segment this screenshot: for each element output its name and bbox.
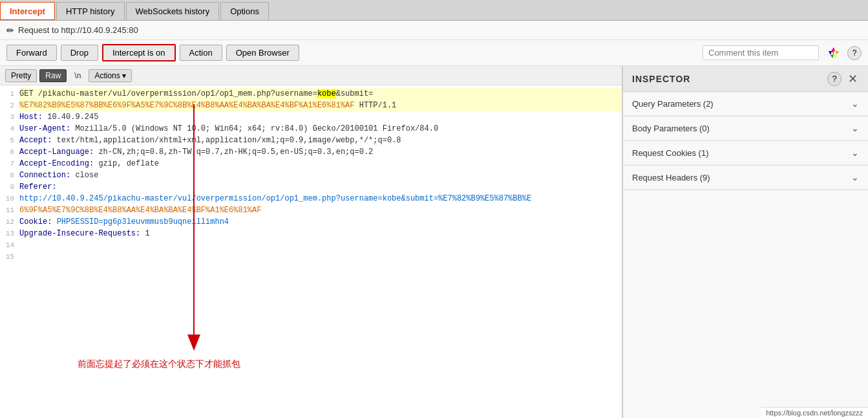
cookies-header[interactable]: Request Cookies (1) ⌄ xyxy=(623,141,868,165)
code-line-12: 12 Cookie: PHPSESSID=pg6p3leuvmmusb9uqne… xyxy=(0,216,622,228)
code-line-4: 4 User-Agent: Mozilla/5.0 (Windows NT 10… xyxy=(0,123,622,135)
query-params-chevron: ⌄ xyxy=(851,98,859,109)
open-browser-button[interactable]: Open Browser xyxy=(226,45,299,61)
forward-button[interactable]: Forward xyxy=(6,45,57,61)
inspector-section-body: Body Parameters (0) ⌄ xyxy=(623,116,868,141)
inspector-section-headers: Request Headers (9) ⌄ xyxy=(623,166,868,190)
ln-button[interactable]: \n xyxy=(69,70,86,82)
main-content: Pretty Raw \n Actions ▾ 1 GET /pikachu-m… xyxy=(0,66,868,418)
cookies-title: Request Cookies (1) xyxy=(632,148,709,158)
code-line-13: 13 Upgrade-Insecure-Requests: 1 xyxy=(0,228,622,239)
svg-marker-3 xyxy=(831,54,834,58)
bottom-url-text: https://blog.csdn.net/longzszzz xyxy=(766,409,863,417)
actions-dropdown[interactable]: Actions ▾ xyxy=(89,69,131,82)
query-params-title: Query Parameters (2) xyxy=(632,99,714,109)
code-editor[interactable]: 1 GET /pikachu-master/vul/overpermission… xyxy=(0,85,622,418)
inspector-icons: ? ✕ xyxy=(827,72,859,86)
tab-options[interactable]: Options xyxy=(220,2,269,20)
comment-input[interactable] xyxy=(703,45,819,60)
body-params-chevron: ⌄ xyxy=(851,123,859,133)
headers-header[interactable]: Request Headers (9) ⌄ xyxy=(623,166,868,190)
raw-button[interactable]: Raw xyxy=(39,69,67,82)
drop-button[interactable]: Drop xyxy=(61,45,98,61)
headers-title: Request Headers (9) xyxy=(632,173,710,182)
code-line-11: 11 6%9F%A5%E7%9C%8B%E4%B8%AA%E4%BA%BA%E4… xyxy=(0,204,622,216)
headers-chevron: ⌄ xyxy=(851,172,859,182)
tab-http-history[interactable]: HTTP history xyxy=(56,2,125,20)
code-line-10: 10 http://10.40.9.245/pikachu-master/vul… xyxy=(0,193,622,204)
bottom-url-bar: https://blog.csdn.net/longzszzz xyxy=(761,407,868,418)
editor-wrapper: 1 GET /pikachu-master/vul/overpermission… xyxy=(0,85,622,418)
svg-marker-1 xyxy=(835,51,839,54)
right-panel: INSPECTOR ? ✕ Query Parameters (2) ⌄ Bod… xyxy=(622,66,868,418)
inspector-title: INSPECTOR xyxy=(632,74,690,84)
inspector-section-cookies: Request Cookies (1) ⌄ xyxy=(623,141,868,166)
request-bar: ✏ Request to http://10.40.9.245:80 xyxy=(0,21,868,40)
request-url: Request to http://10.40.9.245:80 xyxy=(18,25,138,35)
svg-marker-4 xyxy=(829,51,832,55)
code-line-8: 8 Connection: close xyxy=(0,170,622,181)
body-params-title: Body Parameters (0) xyxy=(632,124,710,133)
left-panel: Pretty Raw \n Actions ▾ 1 GET /pikachu-m… xyxy=(0,66,622,418)
code-line-15: 15 xyxy=(0,251,622,263)
svg-marker-2 xyxy=(834,54,837,58)
action-bar: Forward Drop Intercept is on Action Open… xyxy=(0,40,868,66)
tab-websockets-history[interactable]: WebSockets history xyxy=(126,2,220,20)
inspector-close-button[interactable]: ✕ xyxy=(847,72,859,86)
pencil-icon: ✏ xyxy=(6,25,14,36)
code-line-7: 7 Accept-Encoding: gzip, deflate xyxy=(0,158,622,170)
code-line-2: 2 %E7%82%B9%E5%87%BB%E6%9F%A5%E7%9C%8B%E… xyxy=(0,100,622,111)
inspector-help-button[interactable]: ? xyxy=(827,72,842,86)
tab-bar: Intercept HTTP history WebSockets histor… xyxy=(0,0,868,21)
help-button[interactable]: ? xyxy=(847,46,862,60)
code-line-6: 6 Accept-Language: zh-CN,zh;q=0.8,zh-TW;… xyxy=(0,146,622,158)
body-params-header[interactable]: Body Parameters (0) ⌄ xyxy=(623,116,868,140)
code-line-3: 3 Host: 10.40.9.245 xyxy=(0,111,622,123)
code-line-9: 9 Referer: xyxy=(0,181,622,193)
intercept-button[interactable]: Intercept is on xyxy=(102,44,176,61)
pretty-button[interactable]: Pretty xyxy=(5,69,37,82)
inspector-section-query: Query Parameters (2) ⌄ xyxy=(623,92,868,116)
code-line-5: 5 Accept: text/html,application/xhtml+xm… xyxy=(0,135,622,146)
svg-marker-5 xyxy=(832,47,834,54)
query-params-header[interactable]: Query Parameters (2) ⌄ xyxy=(623,92,868,116)
code-line-14: 14 xyxy=(0,239,622,251)
cookies-chevron: ⌄ xyxy=(851,148,859,158)
code-line-1: 1 GET /pikachu-master/vul/overpermission… xyxy=(0,88,622,100)
inspector-header: INSPECTOR ? ✕ xyxy=(623,66,868,92)
tab-intercept[interactable]: Intercept xyxy=(0,2,55,20)
color-palette-icon xyxy=(827,46,841,60)
action-button[interactable]: Action xyxy=(180,45,222,61)
editor-toolbar: Pretty Raw \n Actions ▾ xyxy=(0,66,622,85)
